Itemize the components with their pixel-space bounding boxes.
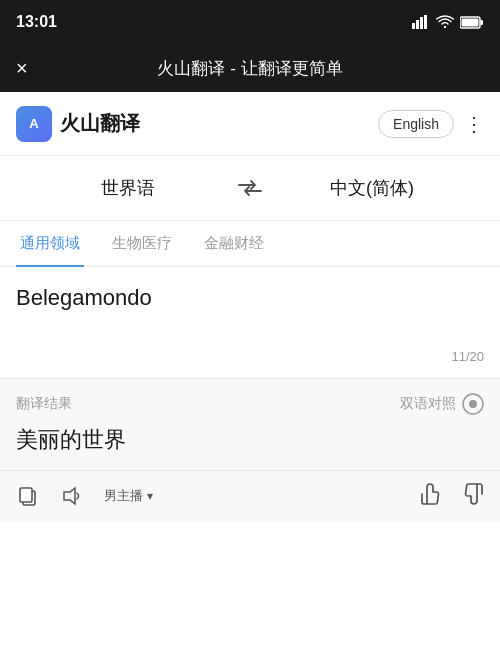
- close-icon[interactable]: ×: [16, 57, 28, 80]
- svg-rect-1: [416, 20, 419, 29]
- svg-point-8: [469, 400, 477, 408]
- app-name: 火山翻译: [60, 110, 140, 137]
- toolbar-right: [420, 482, 484, 511]
- target-language[interactable]: 中文(简体): [268, 176, 476, 200]
- toolbar: 男主播 ▾: [0, 470, 500, 522]
- domain-tabs: 通用领域 生物医疗 金融财经: [0, 221, 500, 267]
- swap-button[interactable]: [232, 170, 268, 206]
- battery-icon: [460, 16, 484, 29]
- status-bar: 13:01: [0, 0, 500, 44]
- bilingual-label: 双语对照: [400, 395, 456, 413]
- char-count: 11/20: [16, 343, 484, 370]
- svg-rect-10: [20, 488, 32, 502]
- voice-label: 男主播: [104, 487, 143, 505]
- svg-rect-0: [412, 23, 415, 29]
- copy-button[interactable]: [16, 484, 40, 508]
- language-selector: 世界语 中文(简体): [0, 156, 500, 221]
- app-header: A 火山翻译 English ⋮: [0, 92, 500, 156]
- svg-rect-6: [462, 18, 479, 26]
- result-text: 美丽的世界: [16, 425, 484, 470]
- app-header-right: English ⋮: [378, 110, 484, 138]
- result-label: 翻译结果: [16, 395, 72, 413]
- svg-rect-3: [424, 15, 427, 29]
- status-icons: [412, 15, 484, 29]
- svg-rect-5: [481, 20, 484, 25]
- result-header: 翻译结果 双语对照: [16, 393, 484, 415]
- bilingual-button[interactable]: 双语对照: [400, 393, 484, 415]
- app-logo: A 火山翻译: [16, 106, 140, 142]
- chevron-down-icon: ▾: [147, 489, 153, 503]
- wifi-icon: [436, 15, 454, 29]
- speaker-button[interactable]: [60, 484, 84, 508]
- like-button[interactable]: [420, 482, 444, 511]
- page-title: 火山翻译 - 让翻译更简单: [157, 57, 342, 80]
- status-time: 13:01: [16, 13, 57, 31]
- copy-icon: [16, 484, 40, 508]
- dislike-button[interactable]: [460, 482, 484, 511]
- logo-icon: A: [16, 106, 52, 142]
- bilingual-icon: [462, 393, 484, 415]
- result-area: 翻译结果 双语对照 美丽的世界: [0, 379, 500, 470]
- input-text[interactable]: Belegamondo: [16, 283, 484, 343]
- language-button[interactable]: English: [378, 110, 454, 138]
- tab-finance[interactable]: 金融财经: [200, 221, 268, 265]
- svg-marker-11: [64, 488, 75, 504]
- signal-icon: [412, 15, 430, 29]
- source-language[interactable]: 世界语: [24, 176, 232, 200]
- tab-biomedical[interactable]: 生物医疗: [108, 221, 176, 265]
- tab-general[interactable]: 通用领域: [16, 221, 84, 265]
- input-area[interactable]: Belegamondo 11/20: [0, 267, 500, 379]
- svg-rect-2: [420, 17, 423, 29]
- speaker-icon: [60, 484, 84, 508]
- menu-icon[interactable]: ⋮: [464, 112, 484, 136]
- title-bar: × 火山翻译 - 让翻译更简单: [0, 44, 500, 92]
- voice-selector[interactable]: 男主播 ▾: [104, 487, 153, 505]
- toolbar-left: 男主播 ▾: [16, 484, 400, 508]
